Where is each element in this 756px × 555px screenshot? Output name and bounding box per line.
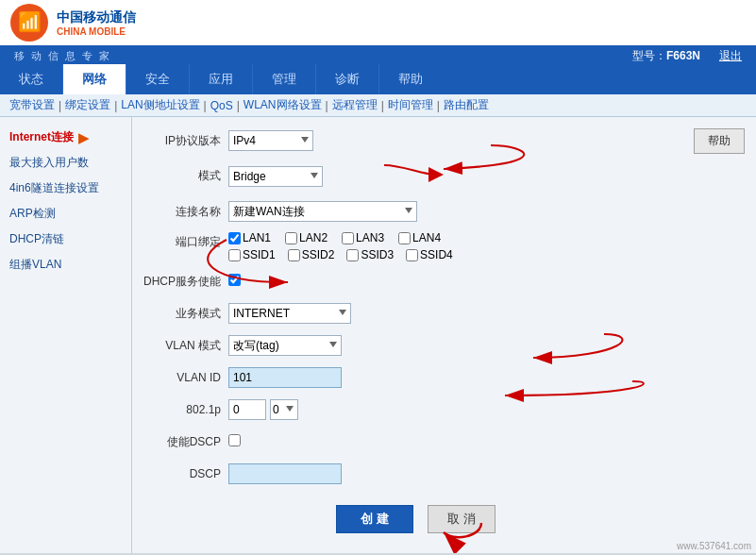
logout-button[interactable]: 退出 xyxy=(719,48,742,64)
lan2-checkbox-item[interactable]: LAN2 xyxy=(285,231,328,244)
service-mode-row: 业务模式 INTERNET VOIP OTHER xyxy=(143,301,688,326)
enable-dscp-row: 使能DSCP xyxy=(143,429,688,454)
lan1-checkbox-item[interactable]: LAN1 xyxy=(228,231,271,244)
vlan-id-row: VLAN ID xyxy=(143,365,688,390)
tab-app[interactable]: 应用 xyxy=(190,64,253,94)
port-binding-row: 端口绑定 LAN1 LAN2 LAN3 LAN4 SSID1 SSID2 SSI… xyxy=(143,231,688,261)
dot1p-select[interactable]: 0 1 2 3 4 5 6 7 xyxy=(270,399,298,420)
ssid4-checkbox[interactable] xyxy=(406,249,418,261)
mode-row: 模式 Bridge Route xyxy=(143,160,688,192)
tab-network[interactable]: 网络 xyxy=(63,64,126,94)
lan1-label: LAN1 xyxy=(243,231,271,244)
tab-management[interactable]: 管理 xyxy=(253,64,316,94)
vlan-id-label: VLAN ID xyxy=(143,371,228,384)
sub-nav: 宽带设置 | 绑定设置 | LAN侧地址设置 | QoS | WLAN网络设置 … xyxy=(0,94,756,117)
sidebar-item-multicast[interactable]: 组播VLAN xyxy=(0,252,131,278)
cancel-button[interactable]: 取 消 xyxy=(428,505,496,533)
connection-name-label: 连接名称 xyxy=(143,204,228,220)
lan4-checkbox[interactable] xyxy=(398,232,411,244)
dhcp-row: DHCP服务使能 xyxy=(143,269,688,294)
tab-diagnostic[interactable]: 诊断 xyxy=(316,64,379,94)
lan1-checkbox[interactable] xyxy=(228,232,241,244)
port-binding-control: LAN1 LAN2 LAN3 LAN4 SSID1 SSID2 SSID3 SS… xyxy=(228,231,453,261)
logo-brand: 中国移动通信 xyxy=(57,9,136,26)
lan2-checkbox[interactable] xyxy=(285,232,297,244)
lan3-checkbox-item[interactable]: LAN3 xyxy=(342,231,384,244)
tab-help[interactable]: 帮助 xyxy=(379,64,442,94)
connection-name-control: 新建WAN连接 xyxy=(228,201,417,222)
dot1p-row: 802.1p 0 1 2 3 4 5 6 7 xyxy=(143,397,688,422)
subnav-bind[interactable]: 绑定设置 xyxy=(65,97,110,113)
ssid3-checkbox-item[interactable]: SSID3 xyxy=(346,248,394,261)
ssid2-checkbox-item[interactable]: SSID2 xyxy=(288,248,335,261)
tab-status[interactable]: 状态 xyxy=(0,64,63,94)
ssid3-checkbox[interactable] xyxy=(346,249,359,261)
tab-security[interactable]: 安全 xyxy=(126,64,190,94)
ip-protocol-control: IPv4 IPv6 xyxy=(228,130,313,151)
dot1p-input[interactable] xyxy=(228,399,266,420)
svg-text:📶: 📶 xyxy=(18,10,42,33)
subnav-wlan[interactable]: WLAN网络设置 xyxy=(244,97,322,113)
service-mode-control: INTERNET VOIP OTHER xyxy=(228,303,351,324)
service-mode-select[interactable]: INTERNET VOIP OTHER xyxy=(228,303,351,324)
ssid4-label: SSID4 xyxy=(420,248,453,261)
sidebar: Internet连接 ▶ 最大接入用户数 4in6隧道连接设置 ARP检测 DH… xyxy=(0,117,132,553)
vlan-mode-label: VLAN 模式 xyxy=(143,338,228,354)
mode-arrow xyxy=(328,160,403,192)
action-buttons: 创 建 取 消 xyxy=(143,505,688,533)
main-nav: 状态 网络 安全 应用 管理 诊断 帮助 xyxy=(0,64,756,94)
subnav-time[interactable]: 时间管理 xyxy=(388,97,433,113)
logo: 📶 中国移动通信 CHINA MOBILE xyxy=(9,3,136,42)
ssid1-checkbox-item[interactable]: SSID1 xyxy=(228,248,276,261)
enable-dscp-control xyxy=(228,434,241,449)
form-panel: IP协议版本 IPv4 IPv6 模式 Bridge Route xyxy=(143,128,688,486)
logo-icon: 📶 xyxy=(9,3,49,42)
port-binding-label: 端口绑定 xyxy=(143,231,228,250)
lan2-label: LAN2 xyxy=(299,231,328,244)
subnav-broadband[interactable]: 宽带设置 xyxy=(9,97,55,113)
arrow-right-icon: ▶ xyxy=(78,130,89,145)
ssid1-checkbox[interactable] xyxy=(228,249,241,261)
dhcp-label: DHCP服务使能 xyxy=(143,274,228,290)
subnav-remote[interactable]: 远程管理 xyxy=(332,97,378,113)
lan3-checkbox[interactable] xyxy=(342,232,354,244)
subnav-route[interactable]: 路由配置 xyxy=(444,97,489,113)
ssid1-label: SSID1 xyxy=(243,248,276,261)
dscp-control xyxy=(228,463,342,484)
dscp-label: DSCP xyxy=(143,467,228,480)
logo-text: 中国移动通信 CHINA MOBILE xyxy=(57,9,136,37)
vlan-id-control xyxy=(228,367,342,388)
lan4-checkbox-item[interactable]: LAN4 xyxy=(398,231,441,244)
sidebar-item-maxusers[interactable]: 最大接入用户数 xyxy=(0,150,131,176)
vlan-id-input[interactable] xyxy=(228,367,342,388)
vlan-mode-select[interactable]: 改写(tag) 透传 不使能 xyxy=(228,335,342,356)
dscp-input[interactable] xyxy=(228,463,342,484)
dhcp-checkbox[interactable] xyxy=(228,274,241,286)
lan4-label: LAN4 xyxy=(412,231,441,244)
help-button[interactable]: 帮助 xyxy=(694,128,745,154)
sidebar-item-internet[interactable]: Internet连接 ▶ xyxy=(0,125,131,150)
create-button[interactable]: 创 建 xyxy=(336,505,413,533)
ssid2-checkbox[interactable] xyxy=(288,249,300,261)
mode-select[interactable]: Bridge Route xyxy=(228,166,323,187)
sidebar-item-dhcp[interactable]: DHCP清链 xyxy=(0,227,131,252)
mode-label: 模式 xyxy=(143,168,228,184)
ip-protocol-label: IP协议版本 xyxy=(143,133,228,149)
watermark: www.537641.com xyxy=(677,541,751,551)
lan3-label: LAN3 xyxy=(356,231,384,244)
subnav-qos[interactable]: QoS xyxy=(210,99,233,112)
enable-dscp-checkbox[interactable] xyxy=(228,434,241,446)
ssid4-checkbox-item[interactable]: SSID4 xyxy=(406,248,453,261)
logo-sub: 移 动 信 息 专 家 xyxy=(14,49,111,63)
sidebar-item-arp[interactable]: ARP检测 xyxy=(0,201,131,227)
subnav-lan[interactable]: LAN侧地址设置 xyxy=(121,97,199,113)
sidebar-item-4in6[interactable]: 4in6隧道连接设置 xyxy=(0,176,131,201)
main-content: 帮助 IP协议版本 IPv4 IPv6 模式 Bridge xyxy=(132,117,756,553)
dhcp-control xyxy=(228,274,241,289)
connection-name-select[interactable]: 新建WAN连接 xyxy=(228,201,417,222)
ip-protocol-select[interactable]: IPv4 IPv6 xyxy=(228,130,313,151)
service-mode-label: 业务模式 xyxy=(143,306,228,322)
ssid2-label: SSID2 xyxy=(302,248,335,261)
enable-dscp-label: 使能DSCP xyxy=(143,434,228,450)
logo-brand-en: CHINA MOBILE xyxy=(57,26,136,37)
